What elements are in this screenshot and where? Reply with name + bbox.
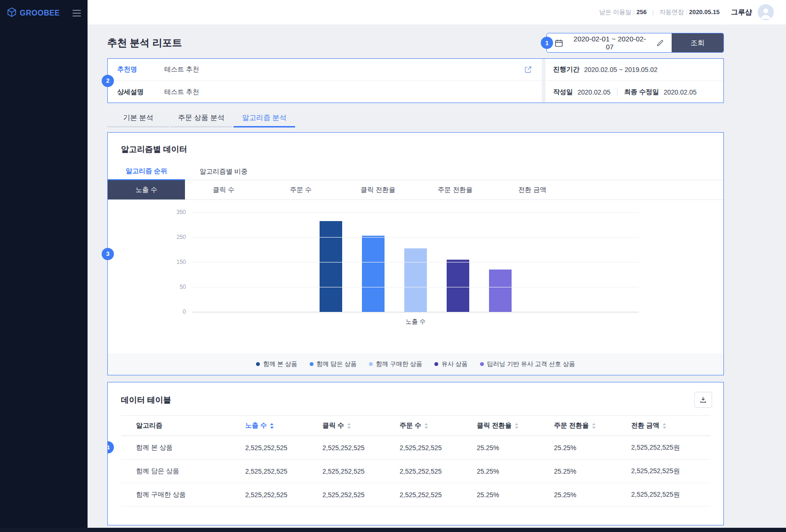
bar-2 xyxy=(362,236,385,312)
legend-dot xyxy=(369,362,373,366)
table-cell: 2,525,252,525 xyxy=(385,444,462,452)
menu-toggle-icon[interactable] xyxy=(72,10,81,16)
legend-item: 함께 구매한 상품 xyxy=(369,360,422,368)
download-button[interactable] xyxy=(694,392,712,408)
metric-tab-5[interactable]: 주문 전환율 xyxy=(417,180,494,199)
subtab-algorithm-rank[interactable]: 알고리즘 순위 xyxy=(108,163,185,180)
metric-tab-2[interactable]: 클릭 수 xyxy=(185,180,262,199)
column-header-4[interactable]: 주문 수 xyxy=(385,421,462,430)
search-button[interactable]: 조회 xyxy=(672,33,723,52)
tab-basic-analysis[interactable]: 기본 분석 xyxy=(107,110,169,127)
annotation-badge-1: 1 xyxy=(541,37,553,49)
table-cell: 함께 구매한 상품 xyxy=(121,491,230,499)
description-label: 상세설명 xyxy=(117,88,164,96)
description-row: 상세설명 테스트 추천 xyxy=(108,81,542,103)
metric-tab-3[interactable]: 주문 수 xyxy=(262,180,339,199)
y-axis-tick-label: 250 xyxy=(176,234,186,240)
column-header-6[interactable]: 주문 전환율 xyxy=(539,421,616,430)
external-link-icon[interactable] xyxy=(524,65,532,74)
legend-item: 함께 담은 상품 xyxy=(310,360,357,368)
legend-dot xyxy=(256,362,260,366)
table-cell: 25.25% xyxy=(462,468,539,475)
bar-4 xyxy=(447,260,469,312)
groobee-logo-icon xyxy=(7,7,17,19)
legend-dot xyxy=(434,362,438,366)
gridline: 250 xyxy=(192,237,639,238)
y-axis-tick-label: 0 xyxy=(183,309,186,315)
legend-label: 함께 담은 상품 xyxy=(317,360,357,368)
table-cell: 2,525,252,525원 xyxy=(616,467,710,476)
recommendation-name-value: 테스트 추천 xyxy=(164,65,199,74)
tab-order-product-analysis[interactable]: 주문 상품 분석 xyxy=(170,110,232,127)
analysis-tabs: 기본 분석 주문 상품 분석 알고리즘 분석 xyxy=(107,110,724,127)
calendar-icon[interactable] xyxy=(554,39,563,48)
legend-label: 함께 구매한 상품 xyxy=(376,360,422,368)
annotation-badge-2: 2 xyxy=(102,75,114,87)
column-header-7[interactable]: 전환 금액 xyxy=(616,421,710,430)
remaining-days-label: 남은 이용일 : xyxy=(599,8,635,16)
auto-renewal-value: 2020.05.15 xyxy=(689,8,720,16)
legend-item: 함께 본 상품 xyxy=(256,360,297,368)
column-header-5[interactable]: 클릭 전환율 xyxy=(462,421,539,430)
column-header-2[interactable]: 노출 수 xyxy=(230,421,307,430)
legend-label: 딥러닝 기반 유사 고객 선호 상품 xyxy=(487,360,575,368)
bar-1 xyxy=(320,221,342,312)
data-table-section: 4 데이터 테이블 알고리즘노출 수 클릭 수 주문 수 클릭 전환율 주문 전… xyxy=(107,382,724,525)
table-cell: 25.25% xyxy=(539,468,616,475)
edit-pencil-icon[interactable] xyxy=(656,39,664,47)
table-cell: 2,525,252,525원 xyxy=(616,444,710,452)
download-icon xyxy=(699,396,707,404)
sort-icon xyxy=(347,423,351,429)
table-cell: 2,525,252,525 xyxy=(385,491,462,499)
x-axis-label: 노출 수 xyxy=(192,318,639,326)
remaining-days: 남은 이용일 : 256 xyxy=(599,8,647,16)
date-range-value[interactable]: 2020-02-01 ~ 2020-02-07 xyxy=(570,35,650,51)
metric-tab-6[interactable]: 전환 금액 xyxy=(494,180,571,199)
groobee-logo[interactable]: GROOBEE xyxy=(7,7,60,19)
table-cell: 2,525,252,525 xyxy=(307,491,385,499)
modified-label: 최종 수정일 xyxy=(624,88,659,96)
algorithm-card-title: 알고리즘별 데이터 xyxy=(108,133,723,163)
column-header-3[interactable]: 클릭 수 xyxy=(307,421,385,430)
data-table: 알고리즘노출 수 클릭 수 주문 수 클릭 전환율 주문 전환율 전환 금액 함… xyxy=(121,415,710,507)
metric-tab-1[interactable]: 노출 수 xyxy=(108,180,185,199)
dates-divider xyxy=(617,88,618,96)
chart-legend: 함께 본 상품함께 담은 상품함께 구매한 상품유사 상품딥러닝 기반 유사 고… xyxy=(108,353,723,375)
algorithm-subtabs: 알고리즘 순위 알고리즘별 비중 xyxy=(108,163,723,180)
table-cell: 2,525,252,525원 xyxy=(616,491,710,499)
main-content: 추천 분석 리포트 1 2020-02-01 ~ 2020-02-07 xyxy=(88,24,786,532)
date-filter-section: 1 2020-02-01 ~ 2020-02-07 조회 xyxy=(546,33,724,53)
annotation-badge-4: 4 xyxy=(107,441,114,453)
gridline: 150 xyxy=(192,262,639,262)
algorithm-data-section: 3 알고리즘별 데이터 알고리즘 순위 알고리즘별 비중 노출 수클릭 수주문 … xyxy=(107,132,724,375)
y-axis-tick-label: 50 xyxy=(180,284,186,290)
bar-5 xyxy=(489,270,512,312)
sort-icon xyxy=(424,423,428,429)
column-header-1[interactable]: 알고리즘 xyxy=(121,421,230,430)
subtab-algorithm-share[interactable]: 알고리즘별 비중 xyxy=(185,163,262,180)
table-cell: 2,525,252,525 xyxy=(307,468,385,475)
date-range-field: 2020-02-01 ~ 2020-02-07 xyxy=(547,33,672,52)
period-value: 2020.02.05 ~ 2019.05.02 xyxy=(584,66,658,73)
remaining-days-value: 256 xyxy=(636,8,647,16)
legend-label: 함께 본 상품 xyxy=(263,360,297,368)
bottom-edge-bar xyxy=(0,528,786,532)
title-row: 추천 분석 리포트 1 2020-02-01 ~ 2020-02-07 xyxy=(107,32,724,54)
gridline: 0 xyxy=(192,312,639,312)
table-cell: 25.25% xyxy=(539,491,616,499)
topbar-divider: | xyxy=(652,9,654,16)
groobee-logo-text: GROOBEE xyxy=(20,9,60,17)
table-cell: 25.25% xyxy=(462,444,539,452)
bar-chart: 350250150500 노출 수 xyxy=(108,200,723,326)
chart-grid: 350250150500 xyxy=(192,212,639,312)
metric-tab-4[interactable]: 클릭 전환율 xyxy=(339,180,417,199)
legend-dot xyxy=(310,362,313,366)
user-avatar[interactable] xyxy=(758,4,774,20)
table-card-title: 데이터 테이블 xyxy=(121,395,171,405)
table-cell: 2,525,252,525 xyxy=(307,444,385,452)
table-body: 함께 본 상품2,525,252,5252,525,252,5252,525,2… xyxy=(121,436,710,507)
recommendation-info-section: 2 추천명 테스트 추천 상세설명 테스트 추천 xyxy=(107,58,724,103)
sort-icon xyxy=(514,423,519,429)
period-label: 진행기간 xyxy=(553,65,579,74)
tab-algorithm-analysis[interactable]: 알고리즘 분석 xyxy=(233,110,295,127)
